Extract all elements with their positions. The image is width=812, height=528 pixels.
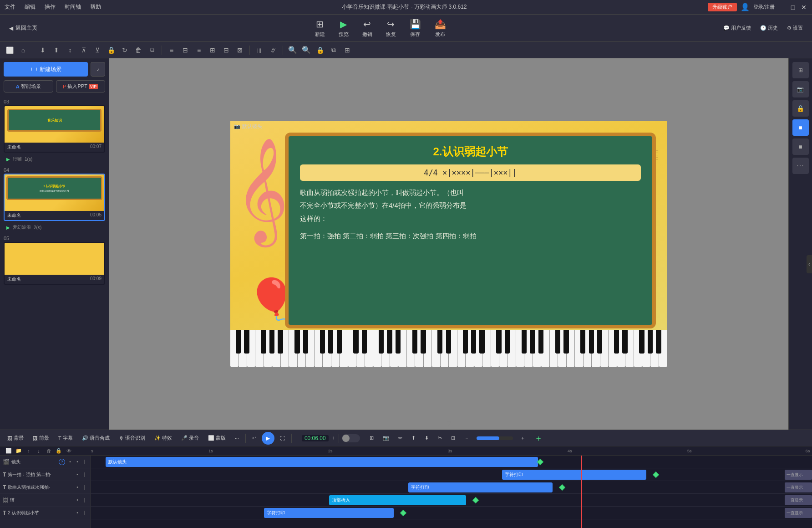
undo-button[interactable]: ↩ 撤销 [362, 19, 372, 38]
diamond-text1[interactable] [652, 471, 659, 477]
more-tools[interactable]: ⊞ [341, 44, 353, 56]
timeline-split[interactable]: ⊞ [447, 434, 459, 442]
style-tool[interactable]: ■ [792, 138, 809, 155]
align-center-h[interactable]: ⊟ [179, 44, 191, 56]
zoom-out[interactable]: 🔍 [300, 44, 312, 56]
t2-dot1[interactable]: • [74, 484, 81, 491]
menu-timeline[interactable]: 时间轴 [65, 3, 81, 11]
clip-text2[interactable]: 字符打印 [408, 482, 553, 492]
copy-tool[interactable]: ⧉ [146, 44, 158, 56]
tl-add-layer[interactable]: ⬜ [5, 447, 13, 455]
tl-move-down[interactable]: ↓ [35, 447, 43, 455]
voice-synth-button[interactable]: 🔊 语音合成 [78, 433, 113, 443]
align-bot2[interactable]: ⊠ [234, 44, 246, 56]
save-button[interactable]: 💾 保存 [410, 19, 421, 38]
tl-eye[interactable]: 👁 [65, 447, 73, 455]
scene-card-04[interactable]: 2.认识弱起小节 歌曲从弱拍或次强拍起的小节 未命名 00:05 [4, 174, 105, 221]
cut-up[interactable]: ⬆ [408, 434, 419, 442]
s-dot1[interactable]: • [74, 497, 81, 503]
clip-title[interactable]: 字符打印 [264, 508, 394, 518]
align-down[interactable]: ⬇ [37, 44, 49, 56]
canvas-collapse-icon[interactable]: ▼ [445, 420, 452, 428]
camera-tool[interactable]: 📷 [792, 81, 809, 97]
close-button[interactable]: ✕ [800, 4, 807, 11]
track-dot1[interactable]: • [67, 459, 73, 465]
diamond-camera[interactable] [537, 458, 543, 465]
align-left[interactable]: ≡ [166, 44, 178, 56]
snapshot-button[interactable]: 📷 [379, 434, 393, 442]
distribute-v[interactable]: ⫻ [267, 44, 279, 56]
redo-button[interactable]: ↪ 恢复 [386, 19, 396, 38]
menu-edit[interactable]: 编辑 [25, 3, 36, 11]
delete-tool[interactable]: 🗑 [132, 44, 144, 56]
menu-file[interactable]: 文件 [5, 3, 15, 11]
login-button[interactable]: 登录/注册 [753, 4, 775, 10]
preview-button[interactable]: ▶ 预览 [339, 19, 349, 38]
record-button[interactable]: 🎤 录音 [178, 433, 203, 443]
effects-button[interactable]: ✨ 特效 [151, 433, 176, 443]
distribute-h[interactable]: ⫼ [254, 44, 265, 56]
align-top2[interactable]: ⊞ [207, 44, 218, 56]
plus-icon[interactable]: ＋ [330, 434, 336, 442]
feedback-button[interactable]: 💬 用户反馈 [723, 25, 751, 31]
maximize-button[interactable]: □ [789, 4, 797, 11]
tt-dot1[interactable]: • [74, 510, 81, 516]
tl-move-up[interactable]: ↑ [25, 447, 33, 455]
edit-button[interactable]: ✏ [395, 434, 406, 442]
select-tool[interactable]: ⬜ [4, 44, 15, 56]
rewind-button[interactable]: ↩ [249, 434, 260, 442]
t2-more[interactable]: | [81, 484, 88, 491]
menu-help[interactable]: 帮助 [90, 3, 101, 11]
mask-button[interactable]: ⬜ 蒙版 [204, 433, 229, 443]
align-mid[interactable]: ⊟ [220, 44, 232, 56]
history-button[interactable]: 🕐 历史 [760, 25, 778, 31]
zoom-in[interactable]: 🔍 [287, 44, 299, 56]
align-bottom[interactable]: ⊻ [91, 44, 103, 56]
diamond-text2[interactable] [559, 484, 565, 490]
speed-toggle[interactable] [342, 434, 360, 442]
music-button[interactable]: ♪ [91, 62, 105, 77]
new-button[interactable]: ⊞ 新建 [315, 19, 325, 38]
s-more[interactable]: | [81, 497, 88, 503]
front-scene-button[interactable]: 🖼 前景 [29, 433, 53, 443]
align-top[interactable]: ⊼ [78, 44, 90, 56]
zoom-plus[interactable]: ＋ [517, 433, 529, 443]
playhead[interactable] [581, 456, 582, 528]
cut-down[interactable]: ⬇ [421, 434, 432, 442]
lock2[interactable]: 🔒 [314, 44, 326, 56]
tl-delete[interactable]: 🗑 [45, 447, 53, 455]
scene-card-05[interactable]: 未命名 00:09 [4, 242, 105, 285]
back-home[interactable]: ◀ 返回主页 [9, 24, 37, 32]
track-more[interactable]: | [81, 459, 88, 465]
lock-tool[interactable]: 🔒 [105, 44, 117, 56]
right-collapse-icon[interactable]: ‹ [807, 255, 812, 273]
clip-text1[interactable]: 字符打印 [502, 470, 646, 480]
more-r[interactable]: ··· [792, 158, 809, 174]
menu-operate[interactable]: 操作 [45, 3, 56, 11]
home-tool[interactable]: ⌂ [17, 44, 29, 56]
fit-button[interactable]: ⊞ [366, 434, 377, 442]
fullscreen-button[interactable]: ⛶ [276, 434, 289, 442]
align-right[interactable]: ≡ [193, 44, 205, 56]
align-vert[interactable]: ↕ [64, 44, 76, 56]
insert-ppt-tab[interactable]: P 插入PPT VIP [56, 80, 106, 92]
tt-more[interactable]: | [81, 510, 88, 516]
refresh-tool[interactable]: ↻ [119, 44, 131, 56]
settings-button[interactable]: ⚙ 设置 [787, 25, 803, 31]
new-scene-button[interactable]: + + 新建场景 [4, 62, 88, 77]
upgrade-button[interactable]: 升级账户 [708, 3, 737, 11]
bg-button[interactable]: 🖼 背景 [4, 433, 27, 443]
publish-button[interactable]: 📤 发布 [435, 19, 446, 38]
clip-score[interactable]: 顶部析入 [329, 495, 466, 505]
t1-more[interactable]: | [81, 472, 88, 478]
timeline-cut[interactable]: ✂ [434, 434, 446, 442]
timeline-zoom-slider[interactable] [477, 436, 513, 440]
tl-folder[interactable]: 📁 [15, 447, 23, 455]
crop-button[interactable]: ⊞ [792, 62, 809, 78]
align-up[interactable]: ⬆ [51, 44, 62, 56]
voice-recog-button[interactable]: 🎙 语音识别 [115, 433, 149, 443]
minus-icon[interactable]: － [294, 434, 300, 442]
t1-dot1[interactable]: • [74, 472, 81, 478]
canvas-container[interactable]: 📷 默认镜头 𝄞 ♫ ♩ 🎈 🎈 2.认识弱起小节 4 [230, 121, 667, 367]
caption-button[interactable]: T 字幕 [55, 433, 76, 443]
